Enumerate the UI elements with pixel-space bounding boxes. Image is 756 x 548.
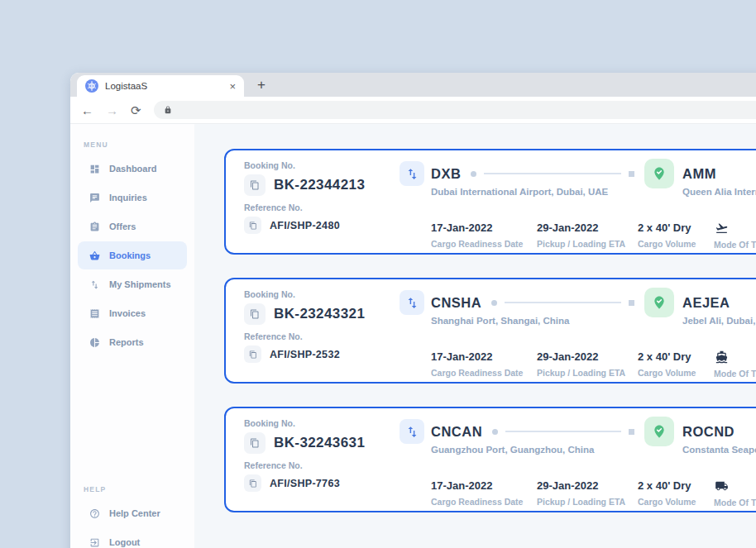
ship-icon	[714, 350, 756, 364]
pickup-eta-date: 29-Jan-2022	[537, 350, 638, 363]
copy-icon[interactable]	[244, 474, 261, 492]
bookings-icon	[89, 250, 100, 261]
origin-code: CNCAN	[431, 419, 482, 444]
lock-icon	[164, 105, 172, 115]
dashboard-icon	[89, 164, 100, 174]
route-connector	[471, 161, 634, 186]
shipment-route: CNCAN Guangzhou Port, Guangzhou, China R…	[400, 418, 756, 501]
refresh-icon[interactable]: ⟳	[131, 104, 141, 117]
booking-no-label: Booking No.	[244, 160, 400, 170]
sidebar-item[interactable]: Reports	[78, 328, 187, 356]
sidebar-item[interactable]: My Shipments	[78, 270, 187, 298]
cargo-volume-value: 2 x 40' Dry	[638, 479, 714, 492]
booking-ids: Booking No. BK-32243631 Reference No. AF…	[244, 418, 400, 501]
browser-tab[interactable]: LogistaaS ×	[77, 75, 244, 97]
address-bar[interactable]	[154, 101, 756, 119]
shipment-route: CNSHA Shanghai Port, Shangai, China AEJE…	[400, 289, 756, 372]
destination-name: Jebel Ali, Dubai, United Arab Emirates	[682, 316, 756, 326]
route-end-square	[629, 300, 634, 306]
sidebar: MENU Dashboard Inquiries Offers Bookings…	[70, 124, 194, 548]
destination-code: AMM	[682, 161, 756, 186]
reference-number: AFI/SHP-7763	[270, 478, 340, 489]
mode-of-transport-label: Mode Of Transport	[714, 498, 756, 507]
route-connector	[491, 290, 634, 315]
cargo-readiness-date: 17-Jan-2022	[431, 350, 537, 363]
copy-icon[interactable]	[244, 174, 266, 196]
pickup-eta-cell: 29-Jan-2022 Pickup / Loading ETA	[537, 350, 638, 379]
copy-icon[interactable]	[244, 217, 261, 234]
booking-number: BK-22344213	[274, 177, 365, 193]
booking-card[interactable]: Booking No. BK-23243321 Reference No. AF…	[224, 278, 756, 384]
back-icon[interactable]: ←	[81, 104, 93, 117]
close-tab-icon[interactable]: ×	[229, 80, 236, 93]
route-start-dot	[492, 429, 498, 435]
sidebar-item[interactable]: Invoices	[78, 299, 187, 327]
mode-of-transport-cell: Mode Of Transport	[714, 350, 756, 379]
sidebar-item[interactable]: Inquiries	[78, 183, 187, 212]
tab-title: LogistaaS	[105, 81, 222, 91]
copy-icon[interactable]	[244, 345, 261, 363]
origin-name: Shanghai Port, Shangai, China	[431, 316, 569, 326]
origin-location: DXB Dubai International Airport, Dubai, …	[431, 161, 461, 186]
destination-code: ROCND	[682, 419, 756, 444]
destination-check-icon	[644, 417, 674, 446]
cargo-volume-label: Cargo Volume	[638, 497, 714, 507]
reports-icon	[89, 337, 100, 348]
destination-location: ROCND Constanta Seaport, Constanta, Roma…	[682, 419, 756, 444]
sidebar-item[interactable]: Help Center	[78, 499, 187, 527]
sidebar-item-label: My Shipments	[109, 279, 171, 289]
route-line	[484, 173, 621, 174]
plane-icon	[714, 222, 756, 235]
reference-no-label: Reference No.	[244, 331, 400, 341]
sidebar-item-label: Bookings	[109, 250, 151, 260]
sidebar-item[interactable]: Bookings	[78, 241, 187, 269]
route-start-dot	[491, 300, 497, 306]
booking-card[interactable]: Booking No. BK-32243631 Reference No. AF…	[224, 407, 756, 512]
sidebar-item-label: Offers	[109, 222, 136, 231]
booking-ids: Booking No. BK-22344213 Reference No. AF…	[244, 160, 400, 243]
booking-number: BK-23243321	[274, 306, 365, 322]
pickup-eta-label: Pickup / Loading ETA	[537, 239, 638, 249]
swap-vertical-icon	[400, 161, 424, 186]
cargo-volume-cell: 2 x 40' Dry Cargo Volume	[638, 222, 714, 250]
reference-number: AFI/SHP-2532	[270, 349, 340, 360]
swap-vertical-icon	[400, 290, 424, 315]
copy-icon[interactable]	[244, 303, 266, 325]
cargo-readiness-cell: 17-Jan-2022 Cargo Readiness Date	[431, 222, 537, 250]
sidebar-item-label: Reports	[109, 337, 144, 347]
copy-icon[interactable]	[244, 432, 266, 454]
route-end-square	[629, 171, 634, 177]
sidebar-item[interactable]: Logout	[78, 528, 187, 548]
pickup-eta-cell: 29-Jan-2022 Pickup / Loading ETA	[537, 479, 638, 507]
destination-location: AMM Queen Alia International Airport, Am…	[682, 161, 756, 186]
booking-card[interactable]: Booking No. BK-22344213 Reference No. AF…	[224, 149, 756, 255]
route-start-dot	[471, 171, 476, 177]
destination-check-icon	[644, 159, 674, 188]
cargo-readiness-cell: 17-Jan-2022 Cargo Readiness Date	[431, 479, 537, 507]
inquiries-icon	[89, 193, 100, 203]
forward-icon[interactable]: →	[106, 104, 118, 117]
sidebar-item-label: Logout	[109, 537, 140, 547]
mode-of-transport-label: Mode Of Transport	[714, 369, 756, 379]
browser-tab-strip: LogistaaS × +	[70, 73, 756, 97]
cargo-volume-cell: 2 x 40' Dry Cargo Volume	[638, 350, 714, 379]
cargo-volume-value: 2 x 40' Dry	[638, 350, 714, 363]
mode-of-transport-cell: Mode Of Transport	[714, 222, 756, 250]
logout-icon	[89, 537, 100, 548]
pickup-eta-label: Pickup / Loading ETA	[537, 497, 638, 507]
cargo-volume-cell: 2 x 40' Dry Cargo Volume	[638, 479, 714, 507]
shipments-icon	[89, 279, 100, 290]
sidebar-item[interactable]: Dashboard	[78, 155, 187, 183]
route-connector	[492, 419, 634, 444]
offers-icon	[89, 222, 100, 232]
pickup-eta-date: 29-Jan-2022	[537, 479, 638, 492]
menu-section-label: MENU	[70, 134, 194, 154]
reference-no-label: Reference No.	[244, 460, 400, 470]
sidebar-item[interactable]: Offers	[78, 212, 187, 241]
cargo-readiness-date: 17-Jan-2022	[431, 222, 537, 234]
sidebar-item-label: Invoices	[109, 308, 146, 318]
new-tab-icon[interactable]: +	[257, 73, 266, 97]
pickup-eta-date: 29-Jan-2022	[537, 222, 638, 234]
logistaas-favicon	[85, 79, 98, 93]
mode-of-transport-cell: Mode Of Transport	[714, 479, 756, 507]
